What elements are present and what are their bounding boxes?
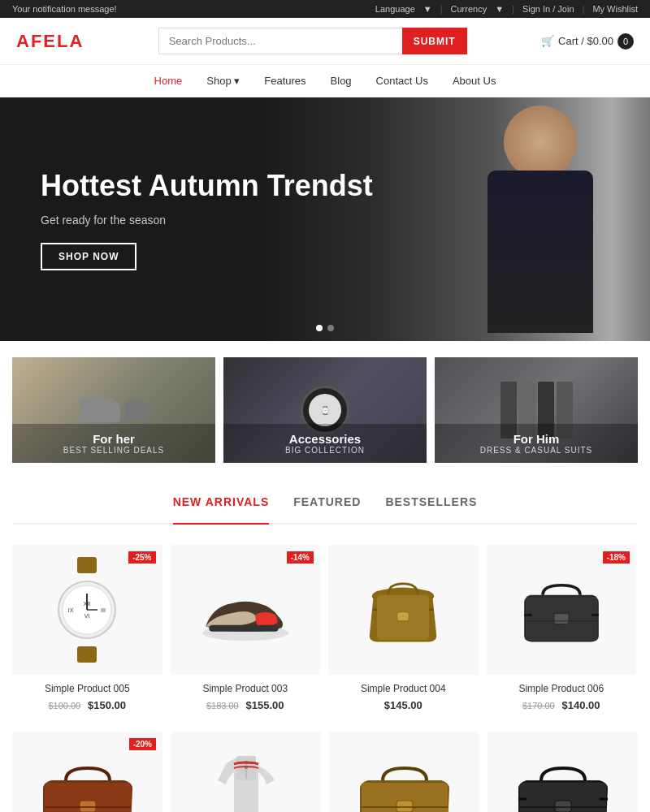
hero-subtext: Get ready for the season [41, 214, 373, 227]
cat-subtitle-accessories: BIG COLLECTION [232, 446, 418, 455]
product-info-1: Simple Product 005 $100.00 $150.00 [12, 675, 162, 719]
product-pricing-1: $100.00 $150.00 [20, 698, 154, 711]
search-input[interactable] [158, 28, 402, 54]
product-image-1: XII VI IX III [12, 545, 162, 675]
language-selector[interactable]: Language [375, 4, 415, 14]
product-price-2: $155.00 [246, 699, 284, 711]
product-old-price-4: $170.00 [522, 701, 555, 710]
nav-about[interactable]: About Us [453, 75, 496, 87]
product-tabs-section: NEW ARRIVALS FEATURED BESTSELLERS [0, 479, 650, 533]
hero-dot-2[interactable] [327, 325, 334, 331]
category-section: For her BEST SELLING DEALS ⌚ Accessories… [0, 341, 650, 479]
product-card-4[interactable]: -18% Simple Product 006 $170.00 $140.00 [487, 545, 637, 719]
product-image-2 [171, 545, 321, 675]
nav-shop[interactable]: Shop ▾ [206, 75, 240, 87]
search-bar: SUBMIT [158, 28, 467, 54]
product-card-6[interactable]: Simple Product 008 $75.00 [171, 732, 321, 812]
currency-selector[interactable]: Currency [451, 4, 488, 14]
top-bar: Your notification message! Language ▼ | … [0, 0, 650, 18]
product-image-8 [488, 732, 638, 812]
tab-bestsellers[interactable]: BESTSELLERS [385, 495, 477, 515]
top-bar-right: Language ▼ | Currency ▼ | Sign In / Join… [375, 4, 638, 14]
product-card-3[interactable]: Simple Product 004 $145.00 [328, 545, 479, 719]
wishlist-link[interactable]: My Wishlist [592, 4, 638, 14]
product-pricing-4: $170.00 $140.00 [495, 698, 629, 711]
cat-subtitle-him: DRESS & CASUAL SUITS [443, 446, 630, 455]
discount-badge-1: -25% [128, 551, 155, 564]
svg-rect-29 [396, 801, 413, 812]
svg-text:III: III [101, 607, 106, 613]
nav-contact[interactable]: Contact Us [376, 75, 428, 87]
product-tabs: NEW ARRIVALS FEATURED BESTSELLERS [12, 495, 638, 525]
discount-badge-2: -14% [287, 551, 314, 564]
product-pricing-2: $183.00 $155.00 [179, 698, 313, 711]
svg-text:IX: IX [68, 607, 74, 613]
product-image-7 [329, 732, 479, 812]
black-bag-svg [517, 565, 606, 654]
product-price-1: $150.00 [88, 699, 126, 711]
svg-rect-1 [77, 646, 97, 663]
tab-featured[interactable]: FEATURED [293, 495, 361, 515]
svg-text:VI: VI [84, 613, 90, 619]
product-image-4 [487, 545, 637, 675]
nav-home[interactable]: Home [154, 75, 183, 87]
main-nav: Home Shop ▾ Features Blog Contact Us Abo… [0, 65, 650, 97]
product-info-3: Simple Product 004 $145.00 [328, 675, 479, 719]
polo-svg [197, 748, 295, 812]
svg-rect-11 [209, 625, 278, 632]
hero-content: Hottest Autumn Trendst Get ready for the… [0, 136, 414, 302]
svg-rect-13 [397, 612, 410, 621]
cart-area[interactable]: 🛒 Cart / $0.00 0 [541, 33, 634, 50]
product-pricing-3: $145.00 [336, 698, 470, 711]
category-for-her[interactable]: For her BEST SELLING DEALS [12, 357, 215, 463]
product-name-1: Simple Product 005 [20, 683, 154, 694]
signin-link[interactable]: Sign In / Join [522, 4, 574, 14]
cat-overlay-her: For her BEST SELLING DEALS [12, 424, 215, 463]
category-for-him[interactable]: For Him DRESS & CASUAL SUITS [435, 357, 638, 463]
cat-overlay-accessories: Accessories BIG COLLECTION [223, 424, 427, 463]
product-card-7[interactable]: Simple Product 009 $145.00 [329, 732, 479, 812]
nav-features[interactable]: Features [264, 75, 306, 87]
svg-rect-17 [554, 614, 569, 624]
category-accessories[interactable]: ⌚ Accessories BIG COLLECTION [223, 357, 427, 463]
product-card-1[interactable]: -25% XII VI IX III Simple Product 005 $1… [12, 545, 162, 719]
product-card-8[interactable]: Simple Product 010 $140.00 [488, 732, 638, 812]
product-price-3: $145.00 [384, 699, 422, 711]
cat-title-him: For Him [443, 432, 630, 446]
cart-icon: 🛒 [541, 35, 554, 47]
svg-rect-0 [77, 557, 97, 573]
cat-overlay-him: For Him DRESS & CASUAL SUITS [435, 424, 638, 463]
discount-badge-4: -18% [603, 551, 630, 564]
logo[interactable]: AFELA [16, 31, 84, 52]
hero-headline: Hottest Autumn Trendst [41, 168, 373, 203]
product-price-4: $140.00 [562, 699, 600, 711]
cat-subtitle-her: BEST SELLING DEALS [20, 446, 207, 455]
cat-title-her: For her [20, 432, 207, 446]
hero-dots [316, 325, 334, 331]
product-info-4: Simple Product 006 $170.00 $140.00 [487, 675, 637, 719]
hero-banner: Hottest Autumn Trendst Get ready for the… [0, 97, 650, 341]
product-name-4: Simple Product 006 [495, 683, 629, 694]
search-button[interactable]: SUBMIT [402, 28, 467, 54]
notification-text: Your notification message! [12, 4, 117, 14]
product-old-price-2: $183.00 [206, 701, 239, 710]
watch-svg: XII VI IX III [46, 557, 128, 663]
header: AFELA SUBMIT 🛒 Cart / $0.00 0 [0, 18, 650, 65]
bag-brown2-svg [352, 752, 457, 812]
product-info-2: Simple Product 003 $183.00 $155.00 [171, 675, 321, 719]
hero-cta-button[interactable]: SHOP NOW [41, 243, 136, 270]
bag-black2-svg [510, 752, 616, 812]
brown-bag-svg [358, 565, 448, 654]
product-card-5[interactable]: -20% Simple Product 007 $165.00 $130.00 [12, 732, 162, 812]
logo-text: FELA [31, 31, 84, 51]
product-old-price-1: $100.00 [48, 701, 80, 710]
product-image-6 [171, 732, 321, 812]
product-image-3 [328, 545, 479, 675]
product-name-2: Simple Product 003 [179, 683, 313, 694]
nav-blog[interactable]: Blog [331, 75, 352, 87]
tab-new-arrivals[interactable]: NEW ARRIVALS [173, 495, 270, 525]
hero-dot-1[interactable] [316, 325, 323, 331]
product-card-2[interactable]: -14% Simple Product 003 $183.00 $155.00 [171, 545, 321, 719]
cat-title-accessories: Accessories [232, 432, 418, 446]
products-grid-row2: -20% Simple Product 007 $165.00 $130.00 [0, 732, 650, 812]
